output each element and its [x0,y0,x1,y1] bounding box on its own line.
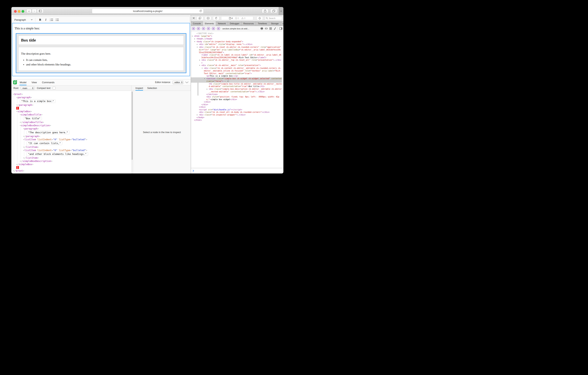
close-devtools-button[interactable] [192,17,195,19]
split-console-button[interactable] [205,16,211,20]
editor-instance-select[interactable]: editor [173,81,183,84]
disclosure-collapsed-icon[interactable]: ▶ [199,59,201,62]
model-tree-line[interactable]: </simpleBox> [16,163,129,166]
resource-summary[interactable]: 4 0 0 [221,16,253,20]
dom-tree-line[interactable]: <label class="ck ck-label ck-voice-label… [191,54,282,59]
model-tree-line[interactable]: <paragraph> [23,127,129,130]
model-text-node[interactable]: "The description goes here." [27,131,70,134]
dom-tree-line[interactable]: <div style="position: fixed; top: 0px; l… [191,96,282,101]
dom-tree-line[interactable]: <p>This is a simple box:</p> [191,75,282,77]
new-tab-button[interactable]: + [279,7,284,15]
collapse-inspector-icon[interactable] [185,81,189,83]
model-tree-line[interactable]: <simpleBox> [16,110,129,113]
devtools-tab-network[interactable]: Network [216,21,228,26]
reload-page-button[interactable] [213,16,219,20]
quick-console[interactable] [191,168,284,174]
dom-tree-line[interactable]: ▶<div class="ck-inspector-wrapper">…</di… [191,114,282,116]
model-tree-line[interactable]: "This is a simple box:" [20,99,129,103]
print-styles-icon[interactable] [261,27,263,30]
italic-button[interactable]: I [43,17,49,22]
list-item[interactable]: It can contain lists, [26,58,181,62]
model-tree-line[interactable]: </$root> [13,169,129,172]
layout-grid-icon[interactable] [269,27,272,30]
back-button[interactable]: ‹ [27,9,32,13]
description-paragraph[interactable]: The description goes here. [21,52,181,55]
disclosure-collapsed-icon[interactable]: ▶ [207,88,209,91]
rich-text-editable[interactable]: This is a simple box: Box title The desc… [12,23,190,76]
sidebar-toggle-button[interactable] [37,9,43,13]
list-item[interactable]: and other block elements like headings. [26,63,181,66]
close-window-button[interactable] [14,10,17,13]
paint-flashing-icon[interactable] [273,27,276,30]
breadcrumb-element-icon[interactable]: E [207,27,210,30]
model-tree-line[interactable]: "Box title" [23,116,129,121]
simple-box-title[interactable]: Box title [18,36,184,45]
dom-tree-line[interactable]: <h1 class="simple-box-title ck-editor__e… [191,83,282,88]
model-tree-line[interactable]: ] [16,166,129,169]
scrollbar-thumb[interactable] [132,92,133,160]
numbered-list-button[interactable]: 1 2 [49,17,54,22]
address-bar[interactable]: localhost/creating-a-plugin/ [92,9,204,13]
description-list[interactable]: It can contain lists,and other block ele… [21,58,181,66]
dom-tree-line[interactable]: ▶<div id="editor" style="display: none;"… [191,43,282,46]
model-tree-line[interactable]: </simpleBoxTitle> [20,121,129,124]
devtools-tab-storage[interactable]: Storage [269,21,281,26]
model-tree-line[interactable]: <simpleBoxTitle> [20,113,129,116]
minimize-window-button[interactable] [18,10,21,13]
inspector-tab-commands[interactable]: Commands [42,79,54,85]
breadcrumb-element-icon[interactable]: E [197,27,200,30]
disclosure-collapsed-icon[interactable]: ▶ [197,114,199,116]
dom-tree-line[interactable]: <script src="dist/bundle.js"></script> [191,109,282,111]
zoom-window-button[interactable] [21,10,24,13]
dom-tree-line[interactable]: </div> [191,101,282,103]
model-text-node[interactable]: "This is a simple box:" [20,99,55,103]
model-tree-line[interactable]: </paragraph> [16,103,129,107]
model-tree-scrollbar[interactable] [131,91,133,174]
breadcrumb-element-icon[interactable]: E [202,27,205,30]
simple-box-description[interactable]: The description goes here. It can contai… [18,47,184,71]
element-picker-button[interactable] [256,16,263,20]
dom-tree-line[interactable]: </body> [191,116,282,119]
dom-tree-line[interactable]: ▼<div class="ck ck-editor__main" role="p… [191,64,282,67]
dom-tree-line[interactable]: ▼<section class="simple-box ck-widget ck… [191,77,282,83]
model-tree-line[interactable]: </simpleBoxDescription> [20,159,129,163]
model-tree-line[interactable]: "It can contain lists," [27,141,129,145]
disclosure-collapsed-icon[interactable]: ▶ [194,38,196,40]
devtools-tab-console[interactable]: Console [191,21,203,26]
devtools-tab-debugger[interactable]: Debugger [228,21,242,26]
breadcrumb-element-icon[interactable]: E [212,27,215,30]
disclosure-expanded-icon[interactable]: ▼ [202,67,204,70]
disclosure-expanded-icon[interactable]: ▼ [194,41,196,43]
share-button[interactable] [262,9,268,13]
devtools-tab-timelines[interactable]: Timelines [256,21,269,26]
model-tree-line[interactable]: <simpleBoxDescription> [20,124,129,127]
dom-tree-line[interactable]: ▶<head>…</head> [191,38,282,40]
model-tree-line[interactable]: <listItem listIndent="0" listType="bulle… [23,138,129,141]
details-sidebar-toggle-icon[interactable] [279,27,282,30]
model-tree-line[interactable]: [ [16,107,129,110]
model-tree-line[interactable]: <listItem listIndent="0" listType="bulle… [23,149,129,152]
dom-tree-line[interactable]: ▼<div class="ck ck-reset ck-editor ck-ro… [191,46,282,54]
model-tree-line[interactable]: </paragraph> [23,135,129,138]
dom-tree-line[interactable]: </section> [191,93,282,96]
compact-text-checkbox[interactable] [53,87,55,89]
dom-tree-line[interactable]: ▼<body class="ck-inspector-body-expanded… [191,40,282,43]
dom-tree-line[interactable]: ▼<html lang="en"> [191,35,282,38]
disclosure-expanded-icon[interactable]: ▼ [192,35,194,38]
breadcrumb-element-icon[interactable]: E [217,27,220,30]
intro-paragraph[interactable]: This is a simple box: [15,27,188,30]
dom-tree-line[interactable]: ▼<div class="ck ck-content ck-editor__ed… [191,67,282,75]
pane-tab-inspect[interactable]: Inspect [136,86,143,91]
dom-tree-line[interactable]: ▶<div class="simple-box-description ck-e… [191,88,282,93]
more-tabs-button[interactable]: » [281,21,284,26]
disclosure-expanded-icon[interactable]: ▼ [199,64,201,67]
model-tree-line[interactable]: "The description goes here." [27,130,129,135]
model-tree-line[interactable]: <$root> [13,92,129,96]
model-text-node[interactable]: "and other block elements like headings.… [27,152,88,156]
dom-tree-line[interactable]: ▶<div class="ck ck-editor__top ck-reset_… [191,59,282,64]
reload-icon[interactable] [199,10,202,12]
model-tree-line[interactable]: </listItem> [23,145,129,149]
inspector-tab-model[interactable]: Model [20,79,27,85]
disclosure-expanded-icon[interactable]: ▼ [197,46,199,49]
model-tree-line[interactable]: </listItem> [23,156,129,159]
